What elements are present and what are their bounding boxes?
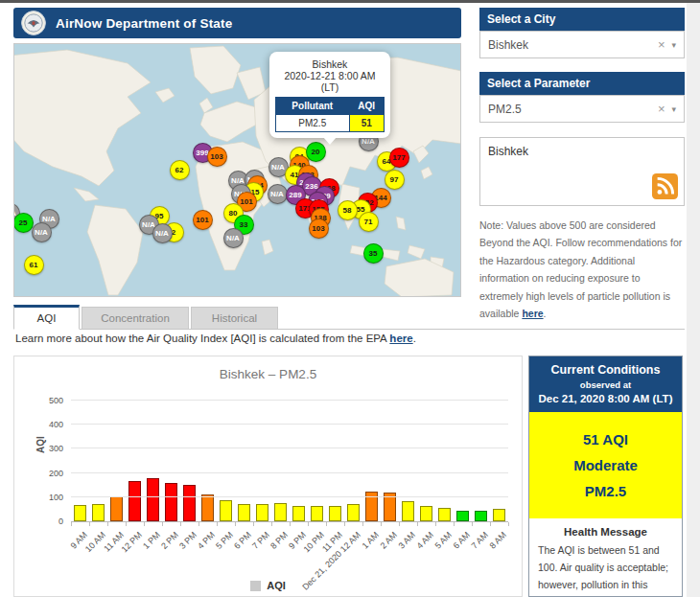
chart-plot: 0100200300400500 — [71, 401, 508, 522]
x-tick-label: 4 AM — [414, 530, 435, 551]
dos-seal-logo — [21, 11, 46, 35]
x-tick-mark — [308, 522, 309, 526]
sidebar: Select a City Bishkek × ▾ Select a Param… — [479, 8, 685, 322]
parameter-clear-icon[interactable]: × — [651, 102, 672, 116]
parameter-select-header: Select a Parameter — [479, 72, 685, 95]
bar-slot — [144, 401, 162, 521]
aqi-marker[interactable]: 97 — [385, 170, 405, 190]
aqi-marker[interactable]: N/A — [32, 222, 52, 242]
bar-slot — [290, 401, 308, 521]
map-popup: Bishkek 2020-12-21 8:00 AM (LT) Pollutan… — [269, 52, 390, 138]
aqi-marker[interactable]: N/A — [268, 184, 288, 204]
aqi-marker[interactable]: 103 — [207, 147, 227, 167]
aqi-marker[interactable]: 25 — [13, 213, 34, 233]
popup-tail — [323, 137, 337, 145]
parameter-select-value: PM2.5 — [488, 103, 651, 116]
x-tick-label: 8 AM — [487, 530, 508, 551]
aqi-bar — [183, 485, 196, 521]
aqi-bar — [292, 506, 305, 521]
x-tick-mark — [107, 522, 108, 526]
aqi-bar — [256, 504, 268, 521]
current-conditions-panel: Current Conditions observed at Dec 21, 2… — [528, 356, 683, 597]
aqi-marker[interactable]: 71 — [359, 212, 379, 232]
x-tick-mark — [381, 522, 382, 526]
parameter-caret-icon[interactable]: ▾ — [671, 104, 676, 114]
gridline — [71, 400, 508, 401]
y-tick-label: 0 — [33, 517, 63, 526]
bar-slot — [454, 401, 472, 521]
bar-slot — [271, 401, 290, 521]
x-tick-mark — [217, 522, 218, 526]
x-tick-mark — [435, 522, 436, 526]
x-tick-mark — [144, 522, 145, 526]
aqi-bar — [493, 509, 505, 521]
popup-table: Pollutant AQI PM2.5 51 — [275, 97, 385, 132]
aqi-bar — [110, 496, 123, 521]
x-tick-mark — [71, 522, 72, 526]
aqi-marker[interactable]: 35 — [363, 243, 384, 264]
x-tick-mark — [344, 522, 345, 526]
observed-at-label: observed at — [533, 379, 678, 390]
bar-slot — [490, 401, 508, 521]
bar-slot — [162, 401, 180, 521]
city-caret-icon[interactable]: ▾ — [671, 40, 676, 50]
aqi-marker[interactable]: 177 — [389, 148, 409, 168]
world-map[interactable]: N/A25N/AN/A616239910395N/A2N/A101N/AN/AN… — [13, 43, 461, 297]
current-aqi-category: Moderate — [533, 452, 678, 478]
x-tick-mark — [490, 522, 491, 526]
aqi-bar — [165, 483, 177, 521]
aqi-marker[interactable]: 58 — [338, 200, 358, 220]
aqi-bar — [220, 500, 232, 521]
aqi-bar — [420, 506, 432, 521]
legend-swatch-icon — [250, 581, 261, 591]
tab-aqi[interactable]: AQI — [13, 305, 80, 330]
epa-suffix: . — [413, 333, 416, 344]
parameter-select[interactable]: PM2.5 × ▾ — [479, 95, 685, 123]
city-select-value: Bishkek — [488, 38, 651, 52]
bar-slot — [344, 401, 362, 521]
aqi-marker[interactable]: 61 — [24, 255, 44, 275]
aqi-marker[interactable]: 62 — [170, 160, 190, 180]
aqi-bar — [347, 504, 360, 521]
gridline — [71, 472, 508, 473]
x-tick-label: 7 PM — [250, 530, 271, 551]
aqi-marker[interactable]: 103 — [309, 218, 329, 239]
aqi-bar — [456, 511, 469, 521]
current-pollutant: PM2.5 — [533, 478, 678, 504]
aqi-marker[interactable]: N/A — [152, 223, 173, 243]
x-tick-mark — [290, 522, 291, 526]
city-select[interactable]: Bishkek × ▾ — [479, 31, 685, 58]
aqi-marker[interactable]: N/A — [223, 228, 244, 248]
aqi-bar — [74, 505, 86, 521]
current-aqi-value: 51 AQI — [533, 426, 678, 452]
bar-slot — [381, 401, 399, 521]
page-title: AirNow Department of State — [56, 16, 232, 31]
x-tick-label: 3 PM — [177, 530, 198, 551]
popup-col-pollutant: Pollutant — [276, 98, 350, 115]
x-tick-mark — [472, 522, 473, 526]
x-tick-mark — [326, 522, 327, 526]
x-tick-mark — [417, 522, 418, 526]
aqi-bar — [92, 504, 105, 521]
tab-historical[interactable]: Historical — [191, 307, 278, 329]
rss-icon[interactable] — [652, 173, 678, 199]
y-tick-label: 300 — [33, 444, 63, 453]
epa-text: Learn more about how the Air Quality Ind… — [15, 333, 389, 344]
legend-label: AQI — [267, 580, 286, 591]
bar-slot — [198, 401, 217, 521]
feed-city-label: Bishkek — [488, 145, 528, 158]
aqi-bar — [402, 501, 414, 521]
x-tick-mark — [235, 522, 236, 526]
x-tick-label: 5 PM — [214, 530, 235, 551]
epa-here-link[interactable]: here — [389, 333, 412, 344]
aqi-marker[interactable]: 101 — [193, 210, 213, 230]
health-message-text: The AQI is between 51 and 100. Air quali… — [529, 541, 682, 597]
popup-timezone: (LT) — [275, 81, 385, 93]
x-tick-label: 6 AM — [451, 530, 472, 551]
x-tick-label: 2 AM — [378, 530, 399, 551]
chart-title: Bishkek – PM2.5 — [14, 367, 522, 381]
tab-concentration[interactable]: Concentration — [82, 307, 189, 329]
bar-slot — [399, 401, 417, 521]
x-tick-mark — [198, 522, 199, 526]
city-clear-icon[interactable]: × — [651, 37, 672, 52]
